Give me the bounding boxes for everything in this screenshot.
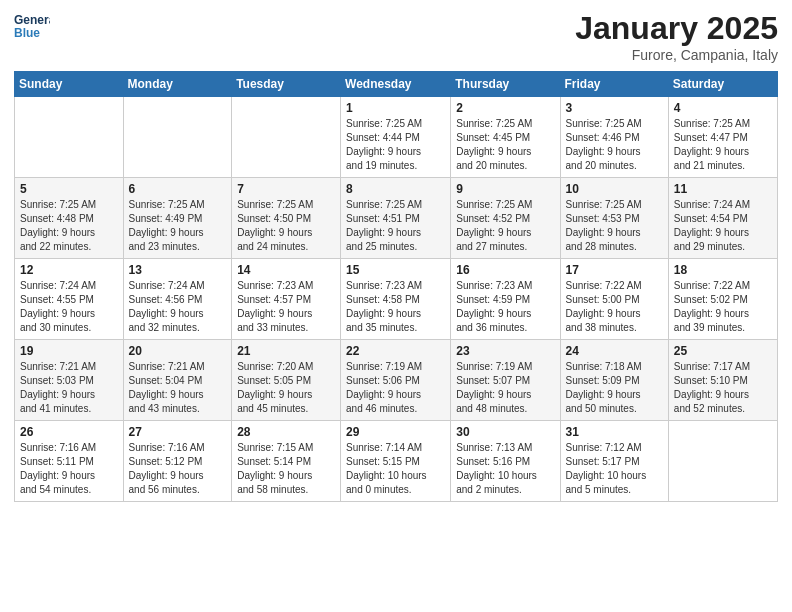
day-number: 11 [674, 182, 772, 196]
day-info: Sunrise: 7:18 AMSunset: 5:09 PMDaylight:… [566, 360, 663, 416]
page: General Blue January 2025 Furore, Campan… [0, 0, 792, 612]
calendar-cell [123, 97, 232, 178]
calendar-cell: 1Sunrise: 7:25 AMSunset: 4:44 PMDaylight… [341, 97, 451, 178]
calendar-cell: 5Sunrise: 7:25 AMSunset: 4:48 PMDaylight… [15, 178, 124, 259]
calendar-cell: 9Sunrise: 7:25 AMSunset: 4:52 PMDaylight… [451, 178, 560, 259]
calendar-cell: 30Sunrise: 7:13 AMSunset: 5:16 PMDayligh… [451, 421, 560, 502]
day-number: 22 [346, 344, 445, 358]
calendar-cell: 17Sunrise: 7:22 AMSunset: 5:00 PMDayligh… [560, 259, 668, 340]
day-number: 4 [674, 101, 772, 115]
day-info: Sunrise: 7:21 AMSunset: 5:03 PMDaylight:… [20, 360, 118, 416]
weekday-header: Tuesday [232, 72, 341, 97]
day-number: 16 [456, 263, 554, 277]
calendar-cell: 2Sunrise: 7:25 AMSunset: 4:45 PMDaylight… [451, 97, 560, 178]
location: Furore, Campania, Italy [575, 47, 778, 63]
day-number: 7 [237, 182, 335, 196]
day-info: Sunrise: 7:21 AMSunset: 5:04 PMDaylight:… [129, 360, 227, 416]
calendar-cell: 3Sunrise: 7:25 AMSunset: 4:46 PMDaylight… [560, 97, 668, 178]
day-info: Sunrise: 7:17 AMSunset: 5:10 PMDaylight:… [674, 360, 772, 416]
day-info: Sunrise: 7:25 AMSunset: 4:49 PMDaylight:… [129, 198, 227, 254]
weekday-header: Saturday [668, 72, 777, 97]
day-number: 18 [674, 263, 772, 277]
day-info: Sunrise: 7:23 AMSunset: 4:57 PMDaylight:… [237, 279, 335, 335]
day-number: 1 [346, 101, 445, 115]
day-info: Sunrise: 7:13 AMSunset: 5:16 PMDaylight:… [456, 441, 554, 497]
day-info: Sunrise: 7:23 AMSunset: 4:59 PMDaylight:… [456, 279, 554, 335]
day-number: 12 [20, 263, 118, 277]
day-info: Sunrise: 7:25 AMSunset: 4:46 PMDaylight:… [566, 117, 663, 173]
day-number: 14 [237, 263, 335, 277]
svg-text:Blue: Blue [14, 26, 40, 40]
calendar-cell [15, 97, 124, 178]
day-info: Sunrise: 7:25 AMSunset: 4:52 PMDaylight:… [456, 198, 554, 254]
calendar-cell: 14Sunrise: 7:23 AMSunset: 4:57 PMDayligh… [232, 259, 341, 340]
calendar-cell: 25Sunrise: 7:17 AMSunset: 5:10 PMDayligh… [668, 340, 777, 421]
day-number: 25 [674, 344, 772, 358]
day-number: 23 [456, 344, 554, 358]
calendar-cell: 22Sunrise: 7:19 AMSunset: 5:06 PMDayligh… [341, 340, 451, 421]
day-info: Sunrise: 7:25 AMSunset: 4:50 PMDaylight:… [237, 198, 335, 254]
month-title: January 2025 [575, 10, 778, 47]
calendar-cell: 31Sunrise: 7:12 AMSunset: 5:17 PMDayligh… [560, 421, 668, 502]
day-info: Sunrise: 7:25 AMSunset: 4:48 PMDaylight:… [20, 198, 118, 254]
calendar-cell: 27Sunrise: 7:16 AMSunset: 5:12 PMDayligh… [123, 421, 232, 502]
calendar-cell: 24Sunrise: 7:18 AMSunset: 5:09 PMDayligh… [560, 340, 668, 421]
day-info: Sunrise: 7:24 AMSunset: 4:55 PMDaylight:… [20, 279, 118, 335]
day-info: Sunrise: 7:23 AMSunset: 4:58 PMDaylight:… [346, 279, 445, 335]
calendar-cell: 16Sunrise: 7:23 AMSunset: 4:59 PMDayligh… [451, 259, 560, 340]
calendar-cell: 26Sunrise: 7:16 AMSunset: 5:11 PMDayligh… [15, 421, 124, 502]
logo: General Blue [14, 10, 50, 46]
day-info: Sunrise: 7:16 AMSunset: 5:11 PMDaylight:… [20, 441, 118, 497]
day-info: Sunrise: 7:19 AMSunset: 5:07 PMDaylight:… [456, 360, 554, 416]
svg-text:General: General [14, 13, 50, 27]
calendar-cell: 4Sunrise: 7:25 AMSunset: 4:47 PMDaylight… [668, 97, 777, 178]
day-number: 8 [346, 182, 445, 196]
day-info: Sunrise: 7:14 AMSunset: 5:15 PMDaylight:… [346, 441, 445, 497]
day-number: 24 [566, 344, 663, 358]
day-info: Sunrise: 7:12 AMSunset: 5:17 PMDaylight:… [566, 441, 663, 497]
day-number: 13 [129, 263, 227, 277]
calendar-week-row: 19Sunrise: 7:21 AMSunset: 5:03 PMDayligh… [15, 340, 778, 421]
day-number: 29 [346, 425, 445, 439]
day-info: Sunrise: 7:25 AMSunset: 4:45 PMDaylight:… [456, 117, 554, 173]
day-info: Sunrise: 7:25 AMSunset: 4:51 PMDaylight:… [346, 198, 445, 254]
calendar-cell [232, 97, 341, 178]
day-number: 2 [456, 101, 554, 115]
calendar-cell: 28Sunrise: 7:15 AMSunset: 5:14 PMDayligh… [232, 421, 341, 502]
day-number: 21 [237, 344, 335, 358]
calendar-cell: 8Sunrise: 7:25 AMSunset: 4:51 PMDaylight… [341, 178, 451, 259]
day-info: Sunrise: 7:24 AMSunset: 4:56 PMDaylight:… [129, 279, 227, 335]
calendar-week-row: 5Sunrise: 7:25 AMSunset: 4:48 PMDaylight… [15, 178, 778, 259]
weekday-header-row: SundayMondayTuesdayWednesdayThursdayFrid… [15, 72, 778, 97]
calendar-cell: 18Sunrise: 7:22 AMSunset: 5:02 PMDayligh… [668, 259, 777, 340]
weekday-header: Wednesday [341, 72, 451, 97]
day-number: 30 [456, 425, 554, 439]
weekday-header: Monday [123, 72, 232, 97]
day-info: Sunrise: 7:22 AMSunset: 5:02 PMDaylight:… [674, 279, 772, 335]
calendar-week-row: 26Sunrise: 7:16 AMSunset: 5:11 PMDayligh… [15, 421, 778, 502]
day-number: 27 [129, 425, 227, 439]
calendar-cell: 13Sunrise: 7:24 AMSunset: 4:56 PMDayligh… [123, 259, 232, 340]
day-info: Sunrise: 7:22 AMSunset: 5:00 PMDaylight:… [566, 279, 663, 335]
day-number: 10 [566, 182, 663, 196]
weekday-header: Thursday [451, 72, 560, 97]
header: General Blue January 2025 Furore, Campan… [14, 10, 778, 63]
day-number: 28 [237, 425, 335, 439]
calendar-week-row: 12Sunrise: 7:24 AMSunset: 4:55 PMDayligh… [15, 259, 778, 340]
calendar-cell: 19Sunrise: 7:21 AMSunset: 5:03 PMDayligh… [15, 340, 124, 421]
calendar-cell: 15Sunrise: 7:23 AMSunset: 4:58 PMDayligh… [341, 259, 451, 340]
day-info: Sunrise: 7:24 AMSunset: 4:54 PMDaylight:… [674, 198, 772, 254]
calendar-cell [668, 421, 777, 502]
day-info: Sunrise: 7:20 AMSunset: 5:05 PMDaylight:… [237, 360, 335, 416]
calendar-cell: 12Sunrise: 7:24 AMSunset: 4:55 PMDayligh… [15, 259, 124, 340]
calendar-cell: 23Sunrise: 7:19 AMSunset: 5:07 PMDayligh… [451, 340, 560, 421]
day-number: 17 [566, 263, 663, 277]
calendar-cell: 10Sunrise: 7:25 AMSunset: 4:53 PMDayligh… [560, 178, 668, 259]
day-info: Sunrise: 7:25 AMSunset: 4:53 PMDaylight:… [566, 198, 663, 254]
calendar-cell: 11Sunrise: 7:24 AMSunset: 4:54 PMDayligh… [668, 178, 777, 259]
day-number: 26 [20, 425, 118, 439]
calendar-cell: 7Sunrise: 7:25 AMSunset: 4:50 PMDaylight… [232, 178, 341, 259]
day-number: 5 [20, 182, 118, 196]
day-number: 20 [129, 344, 227, 358]
weekday-header: Friday [560, 72, 668, 97]
